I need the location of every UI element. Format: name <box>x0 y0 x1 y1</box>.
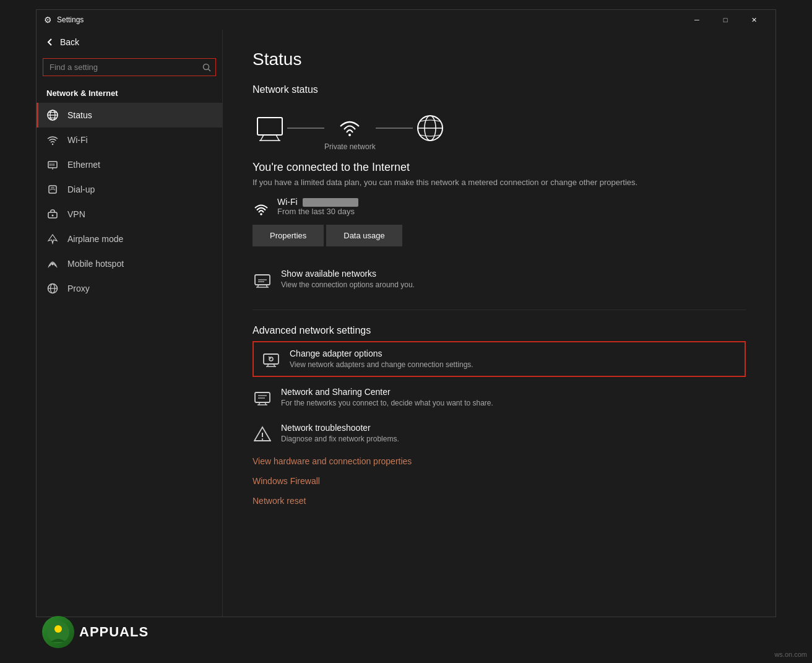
minimize-button[interactable]: ─ <box>683 10 711 30</box>
troubleshooter-icon <box>253 424 272 444</box>
sidebar-item-ethernet[interactable]: Ethernet <box>37 152 222 177</box>
svg-point-7 <box>52 144 53 145</box>
divider-1 <box>253 310 746 310</box>
network-line-2 <box>376 128 413 129</box>
search-box[interactable] <box>43 58 216 76</box>
maximize-button[interactable]: □ <box>711 10 740 30</box>
svg-point-49 <box>262 439 263 440</box>
sidebar-item-proxy-label: Proxy <box>67 284 90 293</box>
sidebar-item-airplane-label: Airplane mode <box>67 234 123 244</box>
show-networks-text: Show available networks View the connect… <box>281 269 415 289</box>
svg-point-16 <box>52 264 54 266</box>
svg-point-15 <box>52 215 54 217</box>
wifi-row-icon <box>253 198 270 215</box>
dialup-icon <box>46 183 59 196</box>
sidebar: Back Network & Internet Status <box>37 30 222 617</box>
back-icon <box>46 38 54 46</box>
sidebar-item-vpn[interactable]: VPN <box>37 202 222 227</box>
titlebar-title: Settings <box>57 15 84 24</box>
network-label: Private network <box>324 142 376 151</box>
change-adapter-item[interactable]: Change adapter options View network adap… <box>253 341 746 377</box>
sidebar-item-status[interactable]: Status <box>37 103 222 128</box>
logo-text: APPUALS <box>79 624 149 640</box>
globe-status-icon <box>413 111 447 145</box>
airplane-icon <box>46 233 59 245</box>
svg-point-24 <box>348 134 351 136</box>
sidebar-item-wifi-label: Wi-Fi <box>67 135 88 145</box>
network-status-title: Network status <box>253 84 746 95</box>
sharing-center-title: Network and Sharing Center <box>281 387 493 397</box>
sidebar-item-hotspot-label: Mobile hotspot <box>67 259 124 269</box>
sidebar-item-vpn-label: VPN <box>67 209 85 219</box>
wifi-info: Wi-Fi From the last 30 days <box>277 197 358 216</box>
wifi-icon <box>46 134 59 146</box>
connected-title: You're connected to the Internet <box>253 161 746 174</box>
troubleshooter-text: Network troubleshooter Diagnose and fix … <box>281 423 399 443</box>
sharing-center-text: Network and Sharing Center For the netwo… <box>281 387 493 407</box>
show-networks-title: Show available networks <box>281 269 415 279</box>
globe-icon <box>46 109 59 121</box>
network-center: Private network <box>324 105 376 151</box>
vpn-icon <box>46 208 59 220</box>
sidebar-item-ethernet-label: Ethernet <box>67 160 100 170</box>
wifi-name: Wi-Fi <box>277 197 358 207</box>
logo-icon <box>42 616 74 648</box>
back-label: Back <box>60 37 79 47</box>
sidebar-item-wifi[interactable]: Wi-Fi <box>37 128 222 152</box>
windows-firewall-link[interactable]: Windows Firewall <box>253 471 746 491</box>
logo-area: APPUALS <box>42 613 166 651</box>
sharing-center-item[interactable]: Network and Sharing Center For the netwo… <box>253 379 746 415</box>
page-title: Status <box>253 50 746 69</box>
settings-window: ⚙ Settings ─ □ ✕ Back Network & Int <box>36 9 776 617</box>
sidebar-item-airplane[interactable]: Airplane mode <box>37 227 222 251</box>
svg-point-51 <box>54 625 62 633</box>
wifi-center-icon <box>332 105 367 140</box>
show-networks-icon <box>253 270 272 290</box>
search-icon <box>202 63 211 72</box>
search-input[interactable] <box>43 58 216 76</box>
svg-line-21 <box>261 135 264 141</box>
change-adapter-title: Change adapter options <box>290 349 473 358</box>
change-adapter-icon <box>261 350 281 370</box>
sharing-center-sub: For the networks you connect to, decide … <box>281 399 493 407</box>
content-area: Back Network & Internet Status <box>37 30 775 617</box>
svg-line-1 <box>209 69 211 71</box>
troubleshooter-item[interactable]: Network troubleshooter Diagnose and fix … <box>253 415 746 451</box>
sidebar-item-hotspot[interactable]: Mobile hotspot <box>37 251 222 276</box>
button-row: Properties Data usage <box>253 225 746 246</box>
ethernet-icon <box>46 158 59 171</box>
sidebar-item-status-label: Status <box>67 110 92 120</box>
titlebar-icon: ⚙ <box>44 15 52 25</box>
svg-rect-8 <box>48 162 57 168</box>
change-adapter-text: Change adapter options View network adap… <box>290 349 473 369</box>
connected-sub: If you have a limited data plan, you can… <box>253 178 746 187</box>
svg-point-0 <box>204 64 209 69</box>
network-reset-link[interactable]: Network reset <box>253 491 746 511</box>
troubleshooter-sub: Diagnose and fix network problems. <box>281 435 399 443</box>
watermark: ws.on.com <box>774 651 807 658</box>
sidebar-item-proxy[interactable]: Proxy <box>37 276 222 301</box>
show-networks-item[interactable]: Show available networks View the connect… <box>253 261 746 297</box>
troubleshooter-title: Network troubleshooter <box>281 423 399 433</box>
back-button[interactable]: Back <box>37 30 222 54</box>
wifi-ssid-blur <box>303 198 358 207</box>
sharing-center-icon <box>253 388 272 408</box>
titlebar: ⚙ Settings ─ □ ✕ <box>37 10 775 30</box>
sidebar-section-title: Network & Internet <box>37 80 222 103</box>
hotspot-icon <box>46 258 59 270</box>
wifi-row: Wi-Fi From the last 30 days <box>253 197 746 216</box>
sidebar-item-dialup[interactable]: Dial-up <box>37 177 222 202</box>
wifi-days: From the last 30 days <box>277 207 358 216</box>
view-hardware-link[interactable]: View hardware and connection properties <box>253 451 746 471</box>
svg-line-22 <box>276 135 279 141</box>
data-usage-button[interactable]: Data usage <box>326 225 402 246</box>
change-adapter-sub: View network adapters and change connect… <box>290 360 473 369</box>
titlebar-controls: ─ □ ✕ <box>683 10 768 30</box>
svg-rect-41 <box>255 392 270 402</box>
close-button[interactable]: ✕ <box>740 10 768 30</box>
svg-rect-20 <box>257 118 282 135</box>
properties-button[interactable]: Properties <box>253 225 324 246</box>
proxy-icon <box>46 282 59 295</box>
network-visual: Private network <box>253 105 746 151</box>
show-networks-sub: View the connection options around you. <box>281 280 415 289</box>
